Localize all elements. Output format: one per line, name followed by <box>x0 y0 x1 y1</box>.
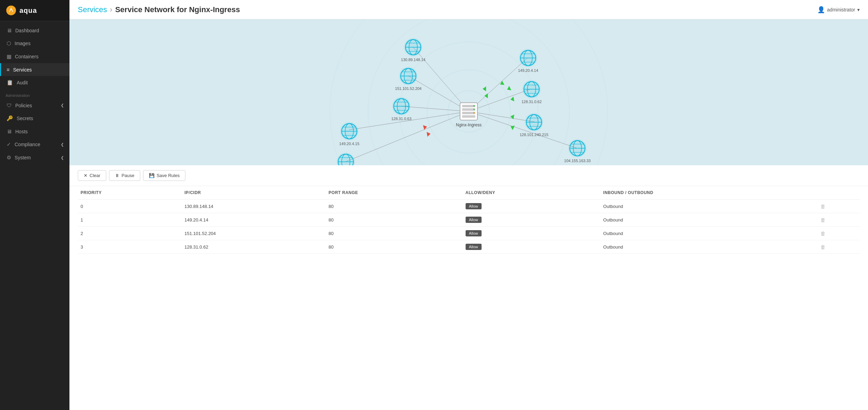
cell-delete: 🗑 <box>818 200 860 213</box>
allow-badge[interactable]: Allow <box>466 244 482 250</box>
cell-allow: Allow <box>463 240 601 254</box>
table-row: 3 128.31.0.62 80 Allow Outbound 🗑 <box>78 240 860 254</box>
audit-icon: 📋 <box>7 80 13 86</box>
cell-port: 80 <box>326 200 462 213</box>
pause-label: Pause <box>122 173 134 178</box>
header-right: 👤 administrator ▾ <box>817 6 860 14</box>
toolbar: ✕ Clear ⏸ Pause 💾 Save Rules <box>69 165 868 186</box>
table-row: 1 149.20.4.14 80 Allow Outbound 🗑 <box>78 213 860 227</box>
svg-text:151.101.52.204: 151.101.52.204 <box>395 86 422 91</box>
node-3[interactable]: 128.31.0.63 <box>391 97 411 121</box>
table-body: 0 130.89.148.14 80 Allow Outbound 🗑 1 14… <box>78 200 860 254</box>
sidebar-item-images[interactable]: ⬡ Images <box>0 37 69 50</box>
breadcrumb: Services › Service Network for Nginx-Ing… <box>78 5 240 14</box>
breadcrumb-separator: › <box>110 5 112 14</box>
cell-direction: Outbound <box>600 227 818 240</box>
aqua-logo-icon <box>6 5 17 16</box>
cell-delete: 🗑 <box>818 213 860 227</box>
svg-text:104.155.163.33: 104.155.163.33 <box>564 159 591 163</box>
svg-line-11 <box>469 58 528 111</box>
clear-button[interactable]: ✕ Clear <box>78 170 106 181</box>
delete-rule-button[interactable]: 🗑 <box>820 244 826 250</box>
dashboard-icon: 🖥 <box>7 27 12 33</box>
cell-allow: Allow <box>463 200 601 213</box>
admin-chevron-icon: ▾ <box>857 7 860 12</box>
delete-rule-button[interactable]: 🗑 <box>820 231 826 236</box>
node-9[interactable]: 104.155.163.33 <box>564 139 591 163</box>
cell-ip: 149.20.4.14 <box>182 213 326 227</box>
svg-marker-16 <box>506 86 511 92</box>
svg-marker-21 <box>427 131 431 137</box>
node-8[interactable]: 128.101.240.215 <box>520 113 549 137</box>
allow-badge[interactable]: Allow <box>466 230 482 236</box>
sidebar: aqua 🖥 Dashboard ⬡ Images ▦ Containers ≡… <box>0 0 69 410</box>
allow-badge[interactable]: Allow <box>466 203 482 209</box>
sidebar-item-services[interactable]: ≡ Services <box>0 63 69 76</box>
sidebar-item-containers[interactable]: ▦ Containers <box>0 50 69 63</box>
rules-table-container: PRIORITY IP/CIDR PORT RANGE ALLOW/DENY I… <box>69 186 868 254</box>
page-header: Services › Service Network for Nginx-Ing… <box>69 0 868 19</box>
sidebar-item-policies[interactable]: 🛡 Policies ❮ <box>0 99 69 112</box>
sidebar-item-hosts[interactable]: 🖥 Hosts <box>0 125 69 138</box>
compliance-icon: ✓ <box>7 141 11 148</box>
svg-text:149.20.4.14: 149.20.4.14 <box>518 68 538 73</box>
cell-direction: Outbound <box>600 240 818 254</box>
cell-priority: 2 <box>78 227 182 240</box>
sidebar-item-compliance[interactable]: ✓ Compliance ❮ <box>0 138 69 151</box>
cell-port: 80 <box>326 240 462 254</box>
svg-text:128.31.0.63: 128.31.0.63 <box>391 117 411 121</box>
svg-text:Nginx-Ingress: Nginx-Ingress <box>456 123 482 127</box>
svg-point-29 <box>473 105 475 107</box>
svg-marker-19 <box>510 124 515 130</box>
node-6[interactable]: 149.20.4.14 <box>518 49 538 73</box>
svg-point-5 <box>330 19 608 165</box>
chevron-system-icon: ❮ <box>61 156 64 160</box>
admin-button[interactable]: 👤 administrator ▾ <box>817 6 860 14</box>
node-2[interactable]: 151.101.52.204 <box>395 67 422 91</box>
sidebar-label-compliance: Compliance <box>15 142 40 147</box>
svg-line-14 <box>469 111 576 148</box>
admin-label: administrator <box>827 7 855 12</box>
sidebar-label-secrets: Secrets <box>17 116 33 121</box>
svg-text:130.89.148.14: 130.89.148.14 <box>401 58 425 62</box>
services-icon: ≡ <box>7 67 10 73</box>
clear-label: Clear <box>90 173 100 178</box>
sidebar-label-system: System <box>15 155 31 160</box>
svg-line-13 <box>469 111 535 122</box>
sidebar-label-hosts: Hosts <box>15 129 28 134</box>
col-direction: INBOUND / OUTBOUND <box>600 186 818 200</box>
breadcrumb-link[interactable]: Services <box>78 5 107 14</box>
sidebar-label-audit: Audit <box>17 80 28 85</box>
pause-button[interactable]: ⏸ Pause <box>109 170 140 181</box>
node-5[interactable]: 104.94.101.45 <box>334 153 358 165</box>
svg-line-8 <box>401 106 469 111</box>
col-ip: IP/CIDR <box>182 186 326 200</box>
node-1[interactable]: 130.89.148.14 <box>401 38 425 62</box>
sidebar-label-policies: Policies <box>15 103 32 108</box>
table-header: PRIORITY IP/CIDR PORT RANGE ALLOW/DENY I… <box>78 186 860 200</box>
node-7[interactable]: 128.31.0.62 <box>521 80 542 104</box>
hosts-icon: 🖥 <box>7 128 12 134</box>
network-visualization: Nginx-Ingress 130.89.148.14 <box>69 19 868 165</box>
sidebar-item-secrets[interactable]: 🔑 Secrets <box>0 112 69 125</box>
sidebar-label-containers: Containers <box>15 54 39 59</box>
chevron-compliance-icon: ❮ <box>61 142 64 147</box>
allow-badge[interactable]: Allow <box>466 217 482 223</box>
cell-allow: Allow <box>463 213 601 227</box>
delete-rule-button[interactable]: 🗑 <box>820 217 826 223</box>
delete-rule-button[interactable]: 🗑 <box>820 203 826 209</box>
sidebar-item-audit[interactable]: 📋 Audit <box>0 76 69 89</box>
logo-text: aqua <box>19 7 37 15</box>
sidebar-item-system[interactable]: ⚙ System ❮ <box>0 151 69 164</box>
sidebar-item-dashboard[interactable]: 🖥 Dashboard <box>0 24 69 37</box>
svg-marker-17 <box>510 97 514 102</box>
node-4[interactable]: 149.20.4.15 <box>339 122 359 146</box>
col-priority: PRIORITY <box>78 186 182 200</box>
col-actions <box>818 186 860 200</box>
cell-allow: Allow <box>463 227 601 240</box>
cell-ip: 151.101.52.204 <box>182 227 326 240</box>
save-rules-button[interactable]: 💾 Save Rules <box>143 170 185 181</box>
table-row: 0 130.89.148.14 80 Allow Outbound 🗑 <box>78 200 860 213</box>
pause-icon: ⏸ <box>115 173 119 178</box>
cell-delete: 🗑 <box>818 240 860 254</box>
